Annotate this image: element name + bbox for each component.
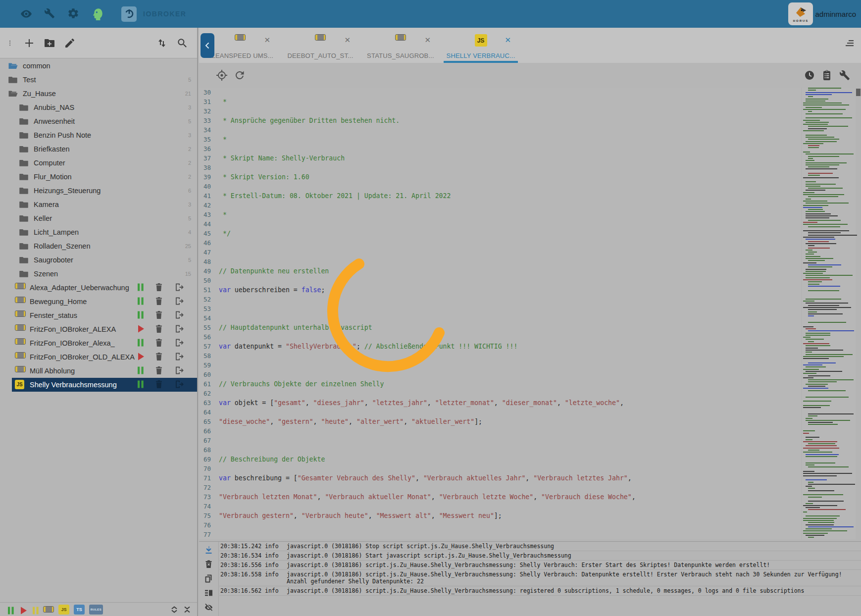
pause-script-icon[interactable] [136,365,147,376]
filter-running-icon[interactable] [6,606,14,614]
folder-item[interactable]: Saugroboter5 [0,253,197,267]
search-icon[interactable] [176,37,188,49]
script-item[interactable]: Müll Abholung [0,364,197,378]
script-item[interactable]: FritzFon_IOBroker_ALEXA [0,322,197,336]
folder-item[interactable]: Anubis_NAS3 [0,101,197,114]
folder-item[interactable]: Heizungs_Steuerung6 [0,184,197,198]
back-button[interactable] [201,33,214,58]
export-script-icon[interactable] [174,310,185,321]
kebab-menu-icon[interactable] [8,37,15,49]
pause-script-icon[interactable] [136,338,147,349]
refresh-icon[interactable] [234,69,246,81]
edit-pencil-icon[interactable] [64,37,76,49]
tab-close-icon[interactable]: ✕ [424,36,431,44]
locate-target-icon[interactable] [216,69,228,81]
script-item[interactable]: Fenster_status [0,308,197,322]
copy-log-icon[interactable] [204,574,213,583]
sort-icon[interactable] [156,37,168,49]
log-layout-icon[interactable] [204,588,213,598]
folder-item[interactable]: Licht_Lampen4 [0,225,197,239]
add-folder-icon[interactable] [44,37,55,49]
folder-item[interactable]: Rolladen_Szenen25 [0,239,197,253]
editor-tab[interactable]: STATUS_SAUGROB...✕ [360,28,441,63]
code-editor[interactable]: 3031 *3233 * Ansprüche gegenüber Dritten… [199,88,801,539]
code-minimap[interactable] [802,88,856,539]
code-line: 38 [199,163,801,172]
export-script-icon[interactable] [174,296,185,307]
script-item[interactable]: Bewegung_Home [0,295,197,308]
export-script-icon[interactable] [174,282,185,293]
folder-item[interactable]: Computer2 [0,156,197,170]
folder-item[interactable]: Benzin Push Note3 [0,128,197,142]
filter-rules-badge[interactable]: RULES [89,605,103,615]
filter-ts-badge[interactable]: TS [74,605,85,615]
folder-item[interactable]: Briefkasten2 [0,142,197,156]
folder-script-count: 6 [175,188,191,194]
collapse-all-icon[interactable] [170,606,178,614]
wrench-icon[interactable] [44,7,56,20]
log-message: javascript.0 (3018186) script.js.Zu_Haus… [287,571,861,585]
folder-item[interactable]: Zu_Hause21 [0,87,197,101]
filter-paused-icon[interactable] [31,606,39,614]
expand-all-icon[interactable] [183,606,191,614]
delete-script-icon[interactable] [154,352,165,362]
script-item[interactable]: Alexa_Adapter_Ueberwachung [0,281,197,295]
folder-item[interactable]: Anwesenheit5 [0,114,197,128]
folder-item[interactable]: Szenen15 [0,267,197,281]
code-line: 34 [199,125,801,135]
tab-close-icon[interactable]: ✕ [264,36,270,44]
script-item[interactable]: FritzFon_IOBroker_OLD_ALEXA [0,350,197,364]
export-script-icon[interactable] [174,365,185,376]
delete-script-icon[interactable] [154,282,165,293]
delete-script-icon[interactable] [154,338,165,349]
line-number: 73 [199,493,219,501]
settings-wrench-icon[interactable] [839,69,851,81]
editor-tab[interactable]: DEEBOT_AUTO_ST...✕ [280,28,360,63]
script-item[interactable]: FritzFon_IOBroker_Alexa_ [0,336,197,350]
filter-stopped-icon[interactable] [18,606,26,614]
folder-item[interactable]: Flur_Motion2 [0,170,197,184]
delete-script-icon[interactable] [154,324,165,335]
assistant-head-icon[interactable] [91,7,104,20]
folder-item[interactable]: Kamera3 [0,198,197,211]
filter-js-badge[interactable]: JS [58,605,69,615]
export-script-icon[interactable] [174,324,185,335]
editor-toolbar [199,63,861,88]
pause-script-icon[interactable] [136,310,147,321]
clock-icon[interactable] [804,69,815,81]
gear-icon[interactable] [67,7,80,20]
export-script-icon[interactable] [174,379,185,390]
export-script-icon[interactable] [174,352,185,362]
editor-tab[interactable]: JSSHELLY VERBRAUC...✕ [441,28,521,63]
filter-blockly-icon[interactable] [43,606,54,613]
pause-script-icon[interactable] [136,282,147,293]
code-line: 35 * [199,135,801,144]
folder-item[interactable]: Test5 [0,73,197,87]
code-line: 33 * Ansprüche gegenüber Dritten bestehe… [199,116,801,125]
export-script-icon[interactable] [174,338,185,349]
line-number: 53 [199,305,219,312]
user-avatar[interactable]: HORUS [788,2,813,25]
hide-log-icon[interactable] [204,603,213,612]
tab-close-icon[interactable]: ✕ [505,36,511,44]
clear-log-icon[interactable] [204,560,213,569]
delete-script-icon[interactable] [154,379,165,390]
scroll-to-end-icon[interactable] [204,545,213,555]
delete-script-icon[interactable] [154,296,165,307]
script-item[interactable]: JSShelly Verbrauchsmessung [0,378,197,392]
editor-scrollbar-thumb[interactable] [856,89,861,96]
delete-script-icon[interactable] [154,365,165,376]
start-script-icon[interactable] [136,324,147,335]
tab-list-menu-icon[interactable] [844,39,855,49]
delete-script-icon[interactable] [154,310,165,321]
start-script-icon[interactable] [136,352,147,362]
visibility-icon[interactable] [20,7,33,20]
folder-item[interactable]: common [0,59,197,73]
folder-item[interactable]: Keller5 [0,211,197,225]
pause-script-icon[interactable] [136,379,147,390]
folder-script-count: 5 [175,77,191,83]
tab-close-icon[interactable]: ✕ [344,36,351,44]
pause-script-icon[interactable] [136,296,147,307]
checklist-icon[interactable] [821,69,833,81]
add-script-icon[interactable] [23,37,35,49]
